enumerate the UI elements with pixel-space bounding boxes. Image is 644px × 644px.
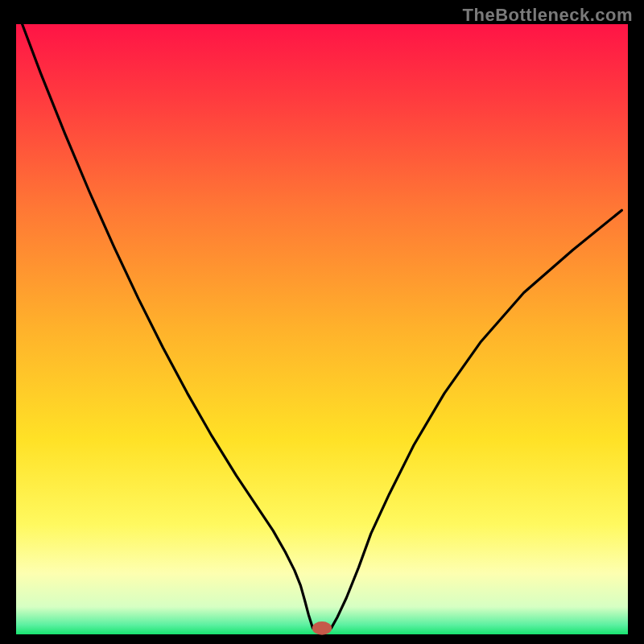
bottleneck-chart — [0, 0, 644, 644]
chart-frame: TheBottleneck.com — [0, 0, 644, 644]
watermark-text: TheBottleneck.com — [463, 5, 633, 26]
plot-background — [16, 24, 628, 634]
optimal-point-marker — [312, 621, 332, 635]
